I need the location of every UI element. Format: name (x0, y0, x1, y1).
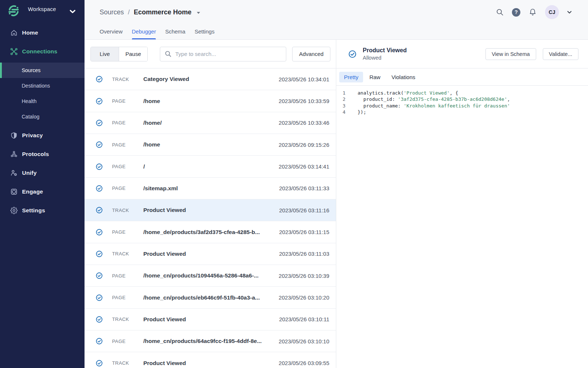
event-check-icon (96, 316, 103, 323)
sidebar-item-home[interactable]: Home (0, 25, 85, 40)
sidebar-item-label: Unify (22, 170, 37, 176)
sidebar-subitem-label: Sources (22, 67, 40, 73)
user-avatar[interactable]: CJ (545, 5, 559, 19)
event-check-icon (96, 338, 103, 344)
search-input-icon (165, 50, 172, 57)
event-check-icon (96, 251, 103, 257)
sidebar-item-health[interactable]: Health (0, 93, 85, 109)
help-icon[interactable]: ? (512, 8, 520, 17)
event-row[interactable]: TRACKProduct Viewed2023/05/26 03:11:16 (85, 199, 336, 221)
live-button[interactable]: Live (91, 47, 119, 61)
event-timestamp: 2023/05/26 03:14:41 (279, 163, 329, 170)
tab-raw[interactable]: Raw (365, 72, 385, 82)
sidebar-item-catalog[interactable]: Catalog (0, 109, 85, 124)
event-type: TRACK (112, 360, 143, 366)
tab-violations[interactable]: Violations (387, 72, 420, 82)
event-row[interactable]: TRACKProduct Viewed2023/05/26 03:09:55 (85, 352, 336, 368)
workspace-switcher[interactable]: Workspace (0, 0, 85, 21)
event-type: PAGE (112, 185, 143, 191)
event-type: PAGE (112, 120, 143, 125)
code-line: 1analytics.track('Product Viewed', { (336, 90, 588, 96)
gear-icon (10, 207, 18, 214)
payload-tabs: Pretty Raw Violations (336, 68, 588, 86)
search-input[interactable] (175, 51, 282, 57)
event-row[interactable]: PAGE/home/2023/05/26 10:33:46 (85, 112, 336, 134)
event-check-icon (96, 120, 103, 126)
protocols-icon (10, 151, 18, 158)
event-timestamp: 2023/05/26 03:11:15 (279, 229, 329, 235)
event-row[interactable]: TRACKCategory Viewed2023/05/26 10:34:01 (85, 68, 336, 90)
event-name: Product Viewed (143, 251, 279, 257)
notifications-bell-icon[interactable] (528, 8, 537, 17)
workspace-label: Workspace (28, 6, 56, 12)
code-token: , (507, 96, 510, 102)
tab-settings[interactable]: Settings (194, 28, 214, 39)
event-type: PAGE (112, 142, 143, 148)
event-check-icon (96, 229, 103, 236)
line-number: 3 (336, 103, 345, 109)
source-tabs: Overview Debugger Schema Settings (100, 28, 215, 39)
live-pause-toggle: Live Pause (90, 47, 148, 61)
event-row[interactable]: PAGE/home2023/05/26 10:33:59 (85, 90, 336, 112)
debugger-toolbar: Live Pause Advanced (85, 40, 336, 68)
tab-pretty[interactable]: Pretty (339, 72, 363, 82)
source-dropdown-caret-icon[interactable] (197, 12, 200, 14)
event-timestamp: 2023/05/26 03:10:39 (279, 273, 329, 279)
event-row[interactable]: PAGE/home_cn/products/1094456a-5286-48a6… (85, 265, 336, 287)
view-in-schema-button[interactable]: View in Schema (485, 48, 536, 60)
event-check-icon (96, 76, 103, 82)
event-row[interactable]: PAGE/home_de/products/3af2d375-cfea-4285… (85, 221, 336, 243)
event-timestamp: 2023/05/26 03:11:03 (279, 251, 329, 257)
breadcrumb-separator: / (128, 8, 130, 16)
avatar-initials: CJ (549, 9, 555, 15)
user-menu-chevron-down-icon[interactable] (567, 11, 572, 14)
breadcrumb-current-source: Ecommerce Home (134, 8, 191, 16)
event-check-icon (96, 207, 103, 213)
validate-button[interactable]: Validate... (543, 48, 578, 60)
event-row[interactable]: PAGE/sitemap.xml2023/05/26 03:11:33 (85, 178, 336, 199)
event-name: /home (143, 98, 279, 105)
sidebar-subitem-label: Catalog (22, 114, 39, 120)
search-icon[interactable] (496, 8, 504, 16)
event-row[interactable]: PAGE/home2023/05/26 09:15:26 (85, 134, 336, 156)
event-timestamp: 2023/05/26 10:33:46 (279, 120, 329, 126)
event-timestamp: 2023/05/26 10:34:01 (279, 76, 329, 82)
event-type: PAGE (112, 98, 143, 104)
sidebar-item-settings[interactable]: Settings (0, 203, 85, 218)
sidebar-item-label: Home (22, 29, 38, 36)
tab-overview[interactable]: Overview (100, 28, 123, 39)
sidebar-item-protocols[interactable]: Protocols (0, 147, 85, 162)
event-row[interactable]: PAGE/home_cn/products/64ac9fcc-f195-4ddf… (85, 330, 336, 352)
tab-schema[interactable]: Schema (165, 28, 185, 39)
sidebar-item-connections[interactable]: Connections (0, 44, 85, 59)
event-check-icon (96, 163, 103, 170)
sidebar-item-destinations[interactable]: Destinations (0, 78, 85, 93)
sidebar-item-engage[interactable]: Engage (0, 184, 85, 199)
event-row[interactable]: TRACKProduct Viewed2023/05/26 03:10:11 (85, 309, 336, 330)
event-row[interactable]: PAGE/2023/05/26 03:14:41 (85, 156, 336, 177)
tab-debugger[interactable]: Debugger (132, 28, 156, 39)
sidebar-item-unify[interactable]: Unify (0, 166, 85, 180)
advanced-button[interactable]: Advanced (292, 47, 330, 61)
event-timestamp: 2023/05/26 03:11:16 (279, 207, 329, 213)
line-code: analytics.track('Product Viewed', { (358, 90, 458, 96)
sidebar-item-privacy[interactable]: Privacy (0, 128, 85, 143)
sidebar-item-sources[interactable]: Sources (0, 63, 85, 78)
event-timestamp: 2023/05/26 03:10:20 (279, 294, 329, 301)
breadcrumb: Sources / Ecommerce Home (100, 8, 200, 16)
event-row[interactable]: PAGE/home_cn/products/eb646c9f-51fb-40a3… (85, 287, 336, 308)
pause-button[interactable]: Pause (119, 47, 147, 61)
line-number: 1 (336, 90, 345, 96)
event-type: PAGE (112, 339, 143, 344)
help-glyph: ? (514, 9, 518, 15)
line-code: product_id: '3af2d375-cfea-4285-b37b-ac6… (358, 96, 510, 102)
event-type: PAGE (112, 164, 143, 169)
workspace-chevron-down-icon (69, 10, 76, 14)
event-check-icon (96, 294, 103, 301)
breadcrumb-sources-link[interactable]: Sources (100, 8, 124, 16)
event-row[interactable]: TRACKProduct Viewed2023/05/26 03:11:03 (85, 243, 336, 265)
sidebar-item-label: Privacy (22, 132, 43, 139)
event-search (160, 47, 286, 61)
event-timestamp: 2023/05/26 03:10:10 (279, 338, 329, 344)
event-type: TRACK (112, 208, 143, 213)
